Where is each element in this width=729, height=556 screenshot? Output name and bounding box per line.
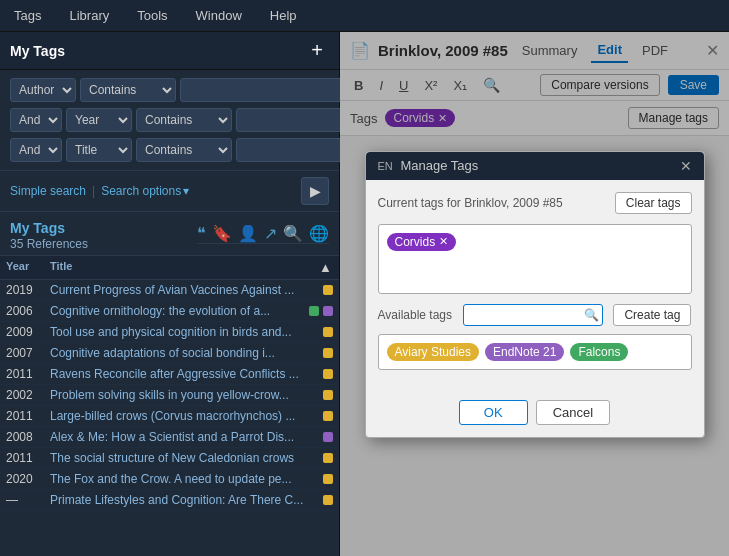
chevron-down-icon: ▾: [183, 184, 189, 198]
ref-year: 2002: [6, 388, 50, 402]
manage-tags-modal: EN Manage Tags ✕ Current tags for Brinkl…: [365, 151, 705, 438]
modal-body: Current tags for Brinklov, 2009 #85 Clea…: [366, 180, 704, 392]
modal-ok-button[interactable]: OK: [459, 400, 528, 425]
ref-year: 2011: [6, 409, 50, 423]
ref-title: Current Progress of Avian Vaccines Again…: [50, 283, 319, 297]
modal-overlay: EN Manage Tags ✕ Current tags for Brinkl…: [340, 32, 729, 556]
table-row[interactable]: 2011The social structure of New Caledoni…: [0, 448, 339, 469]
search-submit-button[interactable]: ▶: [301, 177, 329, 205]
ref-title: Cognitive ornithology: the evolution of …: [50, 304, 305, 318]
ref-year: 2009: [6, 325, 50, 339]
menu-tags[interactable]: Tags: [8, 4, 47, 27]
table-row[interactable]: 2006Cognitive ornithology: the evolution…: [0, 301, 339, 322]
ref-dot-yellow: [323, 369, 333, 379]
ref-dot-yellow: [323, 348, 333, 358]
add-person-icon[interactable]: 👤: [238, 224, 258, 243]
available-tags-label: Available tags: [378, 308, 453, 322]
ref-title: The social structure of New Caledonian c…: [50, 451, 319, 465]
tags-title: My Tags: [10, 43, 305, 59]
table-row[interactable]: 2007Cognitive adaptations of social bond…: [0, 343, 339, 364]
current-tags-box: Corvids ✕: [378, 224, 692, 294]
current-corvids-chip: Corvids ✕: [387, 233, 457, 251]
filter-conjunction-3[interactable]: And Or: [10, 138, 62, 162]
aviary-studies-tag[interactable]: Aviary Studies: [387, 343, 479, 361]
search-mode: Simple search | Search options ▾ ▶: [0, 171, 339, 212]
ref-dot-yellow: [323, 411, 333, 421]
filter-conjunction-2[interactable]: And Or: [10, 108, 62, 132]
filter-operator-3[interactable]: Contains Does not contain: [136, 138, 232, 162]
menu-library[interactable]: Library: [63, 4, 115, 27]
ref-dot-purple: [323, 432, 333, 442]
ref-title: Ravens Reconcile after Aggressive Confli…: [50, 367, 319, 381]
ref-year: 2011: [6, 367, 50, 381]
menu-window[interactable]: Window: [190, 4, 248, 27]
search-options-button[interactable]: Search options ▾: [101, 184, 189, 198]
current-tags-row: Current tags for Brinklov, 2009 #85 Clea…: [378, 192, 692, 214]
modal-lang-label: EN: [378, 160, 393, 172]
clear-tags-button[interactable]: Clear tags: [615, 192, 692, 214]
table-row[interactable]: —Primate Lifestyles and Cognition: Are T…: [0, 490, 339, 511]
ref-dot-yellow: [323, 495, 333, 505]
menu-tools[interactable]: Tools: [131, 4, 173, 27]
table-row[interactable]: 2008Alex & Me: How a Scientist and a Par…: [0, 427, 339, 448]
available-tags-row: Available tags 🔍 Create tag: [378, 304, 692, 326]
search-options-label: Search options: [101, 184, 181, 198]
modal-close-button[interactable]: ✕: [680, 158, 692, 174]
create-tag-button[interactable]: Create tag: [613, 304, 691, 326]
globe-icon[interactable]: 🌐: [309, 224, 329, 243]
quote-icon[interactable]: ❝: [197, 224, 206, 243]
mytags-label: My Tags: [10, 220, 88, 236]
menubar: Tags Library Tools Window Help: [0, 0, 729, 32]
search-doc-icon[interactable]: 🔍: [283, 224, 303, 243]
ref-title: Tool use and physical cognition in birds…: [50, 325, 319, 339]
filter-operator-1[interactable]: Contains Does not contain: [80, 78, 176, 102]
ref-title: Large-billed crows (Corvus macrorhynchos…: [50, 409, 319, 423]
ref-dot-yellow: [323, 285, 333, 295]
table-header: Year Title ▲: [0, 256, 339, 280]
bookmark-icon[interactable]: 🔖: [212, 224, 232, 243]
table-row[interactable]: 2020The Fox and the Crow. A need to upda…: [0, 469, 339, 490]
add-tag-button[interactable]: +: [305, 39, 329, 63]
ref-dot-purple: [323, 306, 333, 316]
ref-dot-yellow: [323, 390, 333, 400]
filter-row-3: And Or Title Author Year Contains Does n…: [10, 138, 329, 162]
reference-rows: 2019Current Progress of Avian Vaccines A…: [0, 280, 339, 511]
ref-dot-green: [309, 306, 319, 316]
filter-field-1[interactable]: Author Year Title: [10, 78, 76, 102]
left-panel: My Tags + Author Year Title Contains Doe…: [0, 32, 340, 556]
filter-field-3[interactable]: Title Author Year: [66, 138, 132, 162]
simple-search-link[interactable]: Simple search: [10, 184, 86, 198]
available-tags-search-wrap: 🔍: [463, 304, 603, 326]
available-tags-search-input[interactable]: [463, 304, 603, 326]
menu-help[interactable]: Help: [264, 4, 303, 27]
filter-operator-2[interactable]: Contains Does not contain: [136, 108, 232, 132]
current-tags-label: Current tags for Brinklov, 2009 #85: [378, 196, 563, 210]
filter-value-1[interactable]: [180, 78, 344, 102]
export-icon[interactable]: ↗: [264, 224, 277, 243]
ref-dot-yellow: [323, 474, 333, 484]
ref-year: —: [6, 493, 50, 507]
col-title-header: Title: [50, 260, 319, 275]
falcons-tag[interactable]: Falcons: [570, 343, 628, 361]
ref-title: Cognitive adaptations of social bonding …: [50, 346, 319, 360]
table-row[interactable]: 2019Current Progress of Avian Vaccines A…: [0, 280, 339, 301]
ref-dot-yellow: [323, 453, 333, 463]
scroll-indicator: ▲: [319, 260, 333, 275]
mytags-count: 35 References: [10, 237, 88, 251]
filter-field-2[interactable]: Year Author Title: [66, 108, 132, 132]
endnote-21-tag[interactable]: EndNote 21: [485, 343, 564, 361]
search-filters: Author Year Title Contains Does not cont…: [0, 70, 339, 171]
right-panel: 📄 Brinklov, 2009 #85 Summary Edit PDF ✕ …: [340, 32, 729, 556]
search-mode-separator: |: [92, 184, 95, 198]
remove-current-corvids-button[interactable]: ✕: [439, 235, 448, 248]
table-row[interactable]: 2011Ravens Reconcile after Aggressive Co…: [0, 364, 339, 385]
modal-title: Manage Tags: [400, 158, 478, 173]
table-row[interactable]: 2009Tool use and physical cognition in b…: [0, 322, 339, 343]
ref-year: 2019: [6, 283, 50, 297]
ref-dot-yellow: [323, 327, 333, 337]
main-layout: My Tags + Author Year Title Contains Doe…: [0, 32, 729, 556]
table-row[interactable]: 2002Problem solving skills in young yell…: [0, 385, 339, 406]
modal-cancel-button[interactable]: Cancel: [536, 400, 610, 425]
table-row[interactable]: 2011Large-billed crows (Corvus macrorhyn…: [0, 406, 339, 427]
reference-table: Year Title ▲ 2019Current Progress of Avi…: [0, 256, 339, 556]
